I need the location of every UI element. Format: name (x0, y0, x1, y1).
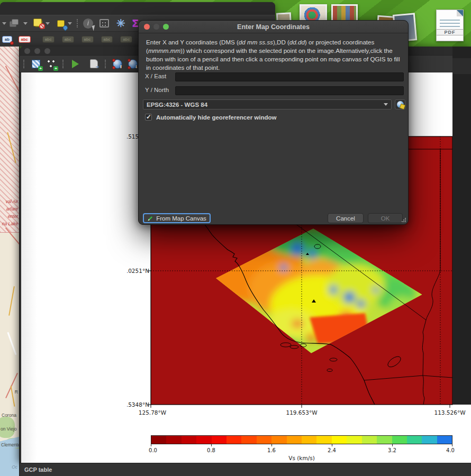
ok-button[interactable]: OK (368, 213, 403, 223)
minimize-button[interactable] (34, 48, 40, 54)
plus-badge-icon: + (38, 66, 43, 71)
close-button[interactable] (24, 48, 30, 54)
map-place-label: Corona (2, 413, 16, 418)
toolbar-grip[interactable] (77, 19, 78, 28)
gdal-script-button[interactable] (88, 58, 99, 70)
label-tool-disabled[interactable]: abc (62, 36, 74, 43)
screen: PDF i ✳ Σ ab abc abc abc abc abc abc (0, 0, 471, 476)
pdf-text-line (440, 20, 460, 21)
chevron-down-icon (384, 103, 388, 106)
dropdown-arrow-icon[interactable] (68, 22, 72, 25)
globe-pencil-icon (397, 101, 404, 108)
pin-dot-icon (10, 41, 14, 45)
tag-label: ab (5, 37, 10, 42)
arrow-up-icon: ⬆ (119, 65, 123, 69)
enter-map-coordinates-dialog: Enter Map Coordinates Enter X and Y coor… (138, 20, 409, 225)
toolbar-grip[interactable] (62, 60, 64, 68)
dialog-titlebar[interactable]: Enter Map Coordinates (139, 21, 408, 33)
colorbar-tick (271, 444, 272, 446)
label-tag-button[interactable]: ab (2, 36, 12, 43)
pin-badge-icon (62, 24, 69, 31)
ok-label: OK (381, 215, 390, 222)
colorbar: 0.0 0.8 1.6 2.4 3.2 4.0 Vs (km/s) (151, 435, 452, 463)
label-tool-disabled[interactable]: abc (42, 36, 55, 43)
gcp-table-label: GCP table (24, 466, 52, 473)
map-ocean (0, 448, 20, 476)
pdf-label: PDF (437, 29, 463, 35)
y-tick-label: 37.0251°N (127, 268, 149, 274)
tag-label: abc (45, 37, 52, 42)
dropdown-arrow-icon[interactable] (2, 22, 6, 25)
load-gcp-points-button[interactable]: ⬆ (112, 58, 123, 70)
crs-picker-button[interactable] (395, 99, 405, 109)
layers-icon[interactable] (10, 19, 20, 28)
map-road (8, 286, 15, 315)
pdf-fold-corner (457, 10, 463, 16)
tag-label: abc (104, 37, 111, 42)
label-abc-button[interactable]: abc (19, 36, 31, 43)
qgis-main-titlebar[interactable] (0, 2, 275, 15)
toolbar-grip[interactable] (23, 60, 25, 68)
processing-toolbox-icon[interactable]: ✳ (116, 19, 125, 28)
zoom-button[interactable] (44, 48, 50, 54)
play-icon (72, 60, 79, 68)
pencil-icon (147, 215, 153, 222)
tag-label: abc (21, 37, 28, 42)
colorbar-title: Vs (km/s) (151, 455, 452, 461)
y-north-input[interactable] (175, 86, 404, 95)
colorbar-gradient (151, 435, 452, 444)
cancel-button[interactable]: Cancel (328, 213, 364, 223)
add-point-button[interactable]: + (46, 58, 57, 70)
colorbar-tick-label: 0.0 (149, 447, 157, 453)
colorbar-tick (211, 444, 212, 446)
cursor-badge-icon (92, 25, 97, 31)
colorbar-tick-label: 1.6 (267, 447, 276, 453)
dropdown-arrow-icon[interactable] (46, 22, 50, 25)
qgis-map-canvas-strip[interactable]: val Air arfare enter na Lake R Corona on… (0, 47, 20, 476)
map-place-label: on Viejo (1, 426, 17, 432)
open-raster-button[interactable]: + (30, 58, 42, 70)
map-place-label: R (15, 389, 18, 395)
colorbar-tick (151, 444, 151, 446)
colorbar-tick (452, 444, 452, 446)
auto-hide-checkbox[interactable] (145, 114, 152, 121)
x-east-input[interactable] (175, 72, 404, 81)
label-tool-disabled[interactable]: abc (81, 36, 94, 43)
colorbar-tick-label: 0.8 (207, 447, 215, 453)
dropdown-arrow-icon[interactable] (23, 22, 28, 25)
no-entry-badge-icon (39, 23, 45, 29)
auto-hide-label: Automatically hide georeferencer window (156, 114, 277, 121)
map-place-label: Clemente (1, 442, 20, 447)
colorbar-tick-label: 2.4 (328, 447, 336, 453)
gcp-table-bar[interactable]: GCP table (20, 463, 471, 476)
crs-select[interactable]: EPSG:4326 - WGS 84 (143, 99, 392, 109)
start-georeferencing-button[interactable] (69, 58, 81, 70)
dialog-title: Enter Map Coordinates (139, 23, 408, 31)
copy-features-button[interactable] (35, 20, 42, 27)
pdf-file-icon[interactable]: PDF (436, 10, 464, 41)
colorbar-tick (332, 444, 332, 446)
x-tick-label: 119.653°W (286, 409, 318, 416)
arrow-down-icon: ⬇ (134, 65, 138, 69)
move-feature-button[interactable] (57, 20, 65, 27)
x-tick-label: 125.78°W (139, 409, 167, 416)
map-road (7, 332, 16, 355)
x-tick-label: 113.526°W (434, 409, 466, 416)
save-gcp-points-button[interactable]: ⬇ (127, 58, 139, 70)
map-area-label: val Air (6, 199, 18, 204)
dialog-instructions: Enter X and Y coordinates (DMS (dd mm ss… (146, 38, 402, 72)
right-dark-panel (452, 47, 471, 405)
y-north-label: Y / North (145, 87, 175, 93)
from-map-canvas-button[interactable]: From Map Canvas (143, 213, 211, 223)
right-dark-band (452, 58, 471, 74)
auto-hide-row: Automatically hide georeferencer window (145, 114, 277, 121)
identify-features-button[interactable]: i (83, 19, 93, 29)
resize-grip[interactable] (401, 217, 406, 223)
cancel-label: Cancel (336, 215, 355, 222)
label-tool-disabled[interactable]: abc (101, 36, 113, 43)
from-map-canvas-label: From Map Canvas (156, 215, 206, 222)
attribute-table-button[interactable] (99, 19, 109, 28)
toolbar-grip[interactable] (105, 60, 106, 68)
label-tool-disabled[interactable]: abc (120, 36, 132, 43)
x-east-label: X / East (145, 73, 175, 79)
